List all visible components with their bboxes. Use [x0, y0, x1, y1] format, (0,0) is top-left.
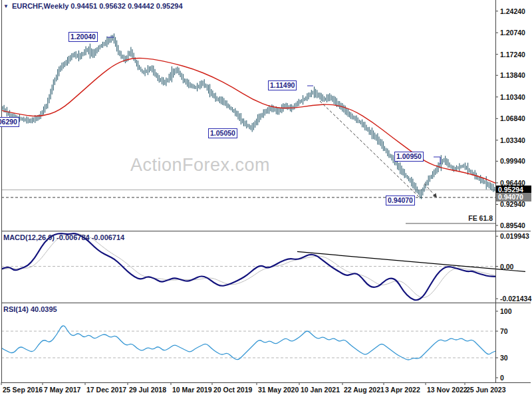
- chart-canvas: [0, 0, 532, 399]
- candles-group: [3, 33, 495, 199]
- arrow-head: [433, 193, 437, 198]
- chart-window: ActionForex.com ▼EURCHF,Weekly 0.94451 0…: [0, 0, 532, 399]
- macd-signal-line: [0, 234, 495, 298]
- trendline-dashed: [320, 101, 420, 198]
- price-panel: [0, 33, 495, 199]
- macd-line: [0, 233, 495, 300]
- rsi-panel: [0, 326, 495, 360]
- macd-trendline: [297, 251, 525, 271]
- ma-line: [0, 58, 495, 183]
- macd-panel: [0, 233, 495, 300]
